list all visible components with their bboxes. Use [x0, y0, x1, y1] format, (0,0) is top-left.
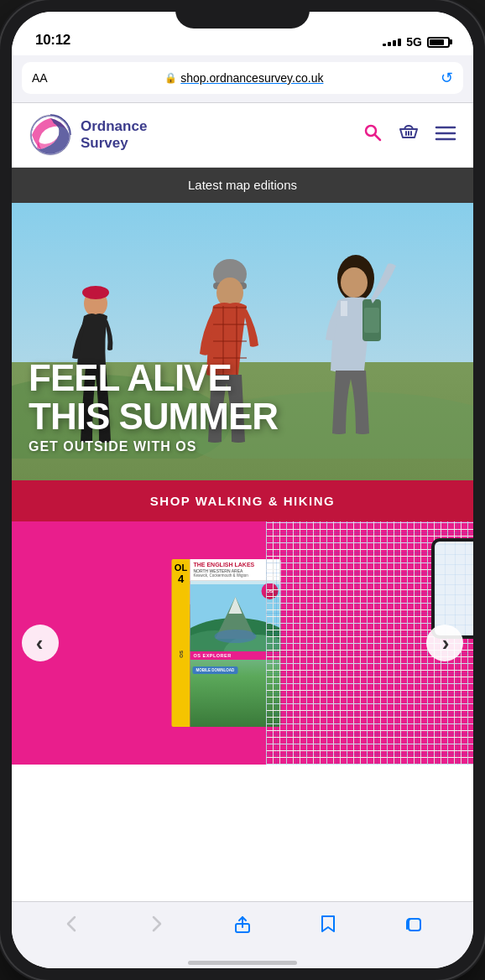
- signal-bar-2: [388, 42, 391, 46]
- signal-bar-4: [398, 39, 401, 46]
- browser-toolbar: [12, 901, 473, 954]
- secondary-phone-screen: [435, 542, 473, 635]
- svg-line-4: [375, 135, 380, 140]
- refresh-icon[interactable]: ↺: [441, 69, 453, 87]
- browser-bar[interactable]: AA 🔒 shop.ordnancesurvey.co.uk ↺: [12, 55, 473, 103]
- logo-line1: Ordnance: [81, 118, 147, 135]
- carousel-section: ‹ OL 4 OS: [12, 521, 473, 765]
- signal-bar-3: [393, 40, 396, 46]
- hero-title-line1: FEEL ALIVE: [29, 359, 456, 397]
- logo-text: Ordnance Survey: [81, 118, 147, 153]
- carousel-main-item: OL 4 OS THE ENGLISH LAKES NORTH WESTERN: [172, 538, 281, 748]
- map-ol-code: OL: [175, 563, 187, 573]
- battery-icon: [427, 37, 450, 48]
- hero-subtitle: GET OUTSIDE WITH OS: [29, 439, 456, 454]
- site-header: Ordnance Survey: [12, 103, 473, 168]
- banner-bar: Latest map editions: [12, 168, 473, 203]
- tabs-button[interactable]: [395, 910, 432, 937]
- search-icon[interactable]: [362, 122, 383, 148]
- hero-cta-button[interactable]: SHOP WALKING & HIKING: [12, 480, 473, 521]
- forward-button[interactable]: [138, 910, 175, 937]
- map-number: 4: [178, 573, 184, 585]
- map-title-text: THE ENGLISH LAKES: [194, 562, 278, 568]
- lock-icon: 🔒: [164, 72, 177, 84]
- logo-area[interactable]: Ordnance Survey: [29, 113, 147, 157]
- carousel-next-button[interactable]: ›: [426, 625, 463, 661]
- home-indicator: [12, 954, 473, 968]
- status-icons: 5G: [383, 35, 450, 49]
- os-logo-icon: [29, 113, 72, 157]
- bookmarks-button[interactable]: [310, 910, 347, 937]
- carousel-prev-button[interactable]: ‹: [22, 625, 59, 661]
- svg-point-14: [82, 286, 109, 299]
- back-button[interactable]: [53, 910, 90, 937]
- content-area[interactable]: Ordnance Survey: [12, 103, 473, 901]
- hero-title: FEEL ALIVE THIS SUMMER: [29, 359, 456, 436]
- map-detail-text: Keswick, Cockermouth & Wigton: [194, 573, 278, 578]
- phone-map-grid: [435, 542, 473, 635]
- browser-url-text[interactable]: shop.ordnancesurvey.co.uk: [180, 71, 323, 85]
- hero-section: FEEL ALIVE THIS SUMMER GET OUTSIDE WITH …: [12, 203, 473, 521]
- chevron-right-icon: ›: [442, 632, 450, 654]
- svg-point-25: [341, 267, 368, 298]
- network-indicator: 5G: [406, 35, 422, 49]
- home-bar: [188, 961, 297, 965]
- status-time: 10:12: [35, 32, 70, 49]
- browser-aa-button[interactable]: AA: [32, 71, 48, 85]
- signal-bars: [383, 39, 401, 46]
- battery-fill: [430, 39, 444, 45]
- hero-text-overlay: FEEL ALIVE THIS SUMMER GET OUTSIDE WITH …: [29, 359, 456, 454]
- svg-rect-36: [409, 919, 420, 931]
- notch: [175, 0, 310, 29]
- svg-point-34: [215, 630, 257, 643]
- header-icons: [362, 122, 456, 148]
- secondary-phone: [431, 538, 473, 639]
- map-spine: OL 4 OS: [172, 559, 190, 727]
- browser-url-bar[interactable]: AA 🔒 shop.ordnancesurvey.co.uk ↺: [22, 62, 463, 94]
- signal-bar-1: [383, 44, 386, 46]
- share-button[interactable]: [224, 910, 261, 937]
- hero-title-line2: THIS SUMMER: [29, 397, 456, 436]
- browser-url-center[interactable]: 🔒 shop.ordnancesurvey.co.uk: [48, 71, 441, 85]
- mobile-download-badge: MOBILE DOWNLOAD: [193, 666, 238, 674]
- basket-icon[interactable]: [398, 122, 420, 148]
- logo-line2: Survey: [81, 135, 147, 152]
- svg-rect-27: [364, 308, 379, 333]
- menu-icon[interactable]: [435, 123, 456, 147]
- screen: 10:12 5G AA 🔒 shop.ordnanc: [12, 12, 473, 968]
- chevron-left-icon: ‹: [36, 632, 44, 654]
- map-book: OL 4 OS THE ENGLISH LAKES NORTH WESTERN: [172, 559, 281, 727]
- banner-text: Latest map editions: [188, 178, 297, 192]
- phone-frame: 10:12 5G AA 🔒 shop.ordnanc: [0, 0, 485, 980]
- map-spine-text: OS: [178, 651, 184, 658]
